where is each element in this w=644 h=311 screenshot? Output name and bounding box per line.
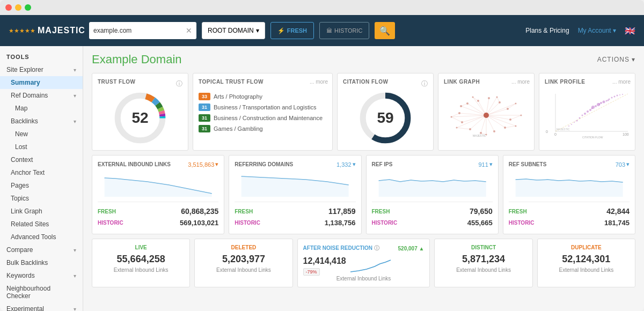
distinct-sub: External Inbound Links (440, 267, 526, 273)
language-flag[interactable]: 🇬🇧 (625, 26, 635, 36)
svg-point-43 (477, 100, 479, 102)
sidebar-item-related-sites[interactable]: Related Sites (0, 218, 83, 231)
sidebar-item-ref-domains[interactable]: Ref Domains ▾ (0, 89, 83, 102)
ttf-item-1: 33 Arts / Photography (199, 91, 327, 102)
link-profile-scatter: 0 TRUST FLOW 100 0 CITATION FLOW (545, 91, 630, 139)
referring-domains-title: REFERRING DOMAINS (235, 161, 293, 167)
svg-text:0: 0 (554, 132, 557, 136)
sidebar-item-compare[interactable]: Compare ▾ (0, 243, 83, 256)
distinct-value: 5,871,234 (440, 254, 526, 265)
sidebar-item-new[interactable]: New (0, 128, 83, 140)
ref-ips-top-value[interactable]: 911 ▾ (478, 161, 492, 168)
topical-trust-flow-card: TOPICAL TRUST FLOW ... more 33 Arts / Ph… (193, 73, 333, 151)
svg-point-80 (600, 102, 602, 104)
sidebar-item-lost[interactable]: Lost (0, 140, 83, 153)
svg-point-92 (619, 94, 620, 95)
live-card: LIVE 55,664,258 External Inbound Links (92, 239, 190, 287)
sidebar-item-backlinks[interactable]: Backlinks ▾ (0, 115, 83, 128)
link-graph-card: LINK GRAPH ... more (438, 73, 535, 151)
body: TOOLS Site Explorer ▾ Summary Ref Domain… (0, 46, 644, 311)
historic-button[interactable]: 🏛 HISTORIC (319, 22, 369, 39)
search-bar: ✕ (89, 22, 196, 39)
link-profile-title: LINK PROFILE (545, 79, 585, 85)
fresh-button[interactable]: ⚡ FRESH (270, 22, 314, 39)
ttf-badge-3: 31 (199, 114, 210, 122)
chevron-down-icon: ▾ (632, 56, 635, 63)
ref-subnets-title: REF SUBNETS (509, 161, 547, 167)
svg-point-96 (608, 100, 609, 101)
external-inbound-historic-row: HISTORIC 569,103,021 (98, 217, 218, 228)
citation-flow-info-icon[interactable]: ⓘ (421, 79, 428, 88)
sparkline-cards-row: EXTERNAL INBOUND LINKS 3,515,863 ▾ (92, 155, 635, 234)
ref-subnets-sparkline (509, 170, 630, 197)
sidebar-item-map[interactable]: Map (0, 102, 83, 115)
my-account-link[interactable]: My Account ▾ (578, 27, 616, 34)
svg-point-47 (509, 119, 511, 121)
sidebar-item-context[interactable]: Context (0, 153, 83, 166)
sidebar-item-link-graph[interactable]: Link Graph (0, 205, 83, 218)
link-graph-title: LINK GRAPH (444, 79, 480, 85)
external-inbound-card: EXTERNAL INBOUND LINKS 3,515,863 ▾ (92, 155, 224, 234)
sidebar-item-neighbourhood-checker[interactable]: Neighbourhood Checker (0, 282, 83, 302)
svg-text:MAJESTIC: MAJESTIC (473, 134, 486, 137)
external-inbound-top-value[interactable]: 3,515,863 ▾ (188, 161, 218, 168)
external-inbound-fresh-row: FRESH 60,868,235 (98, 205, 218, 217)
close-dot[interactable] (5, 4, 12, 11)
sidebar-item-keywords[interactable]: Keywords ▾ (0, 269, 83, 282)
maximize-dot[interactable] (25, 4, 31, 11)
root-domain-dropdown[interactable]: ROOT DOMAIN ▾ (202, 22, 265, 39)
svg-point-86 (614, 96, 616, 98)
external-inbound-title: EXTERNAL INBOUND LINKS (98, 161, 171, 167)
svg-point-45 (499, 101, 501, 103)
sidebar-item-advanced-tools[interactable]: Advanced Tools (0, 231, 83, 243)
search-input[interactable] (93, 27, 182, 34)
svg-point-46 (507, 108, 509, 110)
referring-domains-top-value[interactable]: 1,332 ▾ (336, 161, 356, 168)
svg-text:MAJESTIC: MAJESTIC (557, 128, 570, 131)
search-clear-icon[interactable]: ✕ (186, 26, 192, 35)
chevron-icon: ▾ (74, 273, 76, 279)
ref-ips-title: REF IPS (372, 161, 393, 167)
plans-pricing-link[interactable]: Plans & Pricing (525, 27, 569, 34)
sidebar-item-bulk-backlinks[interactable]: Bulk Backlinks (0, 256, 83, 269)
referring-domains-fresh-value: 117,859 (328, 207, 356, 216)
scatter-svg: 0 TRUST FLOW 100 0 CITATION FLOW (545, 91, 631, 139)
referring-domains-historic-row: HISTORIC 1,138,756 (235, 217, 355, 228)
svg-text:0: 0 (546, 130, 548, 134)
link-graph-more-link[interactable]: ... more (511, 79, 530, 85)
topical-more-link[interactable]: ... more (310, 79, 328, 85)
sidebar-item-summary[interactable]: Summary (0, 76, 83, 89)
link-graph-viz: MAJESTIC (444, 91, 529, 139)
svg-point-78 (595, 105, 597, 107)
after-noise-value: 12,414,418 (303, 256, 346, 266)
sidebar-item-pages[interactable]: Pages (0, 179, 83, 192)
svg-point-93 (622, 94, 623, 95)
page-title: Example Domain (92, 53, 182, 66)
trust-flow-donut: 52 (98, 91, 182, 145)
logo-text: MAJESTIC (38, 26, 85, 35)
chevron-icon: ▾ (626, 161, 630, 168)
sidebar-item-topics[interactable]: Topics (0, 192, 83, 205)
svg-point-56 (496, 96, 498, 98)
svg-point-76 (603, 101, 605, 103)
link-profile-more-link[interactable]: ... more (612, 79, 631, 85)
svg-point-94 (591, 108, 593, 109)
trust-flow-info-icon[interactable]: ⓘ (176, 79, 182, 88)
svg-point-79 (584, 113, 586, 115)
sidebar-item-experimental[interactable]: Experimental ▾ (0, 302, 83, 311)
after-noise-info-icon[interactable]: ⓘ (374, 245, 379, 251)
content: Example Domain ACTIONS ▾ TRUST FLOW ⓘ (83, 46, 644, 311)
svg-marker-101 (378, 180, 486, 197)
sidebar-item-site-explorer[interactable]: Site Explorer ▾ (0, 63, 83, 76)
actions-button[interactable]: ACTIONS ▾ (597, 56, 635, 63)
chevron-icon: ▾ (74, 306, 76, 312)
search-go-button[interactable]: 🔍 (375, 22, 395, 39)
sidebar-item-anchor-text[interactable]: Anchor Text (0, 166, 83, 179)
chevron-icon: ▾ (353, 161, 356, 168)
svg-point-52 (461, 121, 463, 123)
svg-marker-100 (241, 176, 349, 197)
ref-subnets-top-value[interactable]: 703 ▾ (616, 161, 630, 168)
page-title-row: Example Domain ACTIONS ▾ (92, 53, 635, 66)
chevron-icon: ▾ (489, 161, 493, 168)
minimize-dot[interactable] (15, 4, 21, 11)
